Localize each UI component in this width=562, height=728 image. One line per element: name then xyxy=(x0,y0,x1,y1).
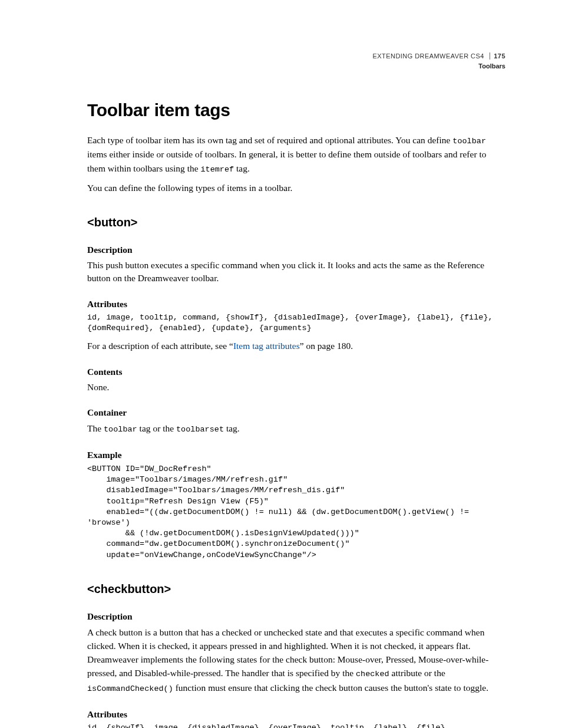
text: items either inside or outside of toolba… xyxy=(87,149,487,173)
checkbutton-description: A check button is a button that has a ch… xyxy=(87,625,505,695)
inline-code: checked xyxy=(356,670,389,678)
label-example: Example xyxy=(87,449,505,462)
document-page: EXTENDING DREAMWEAVER CS4 175 Toolbars T… xyxy=(0,0,562,728)
inline-code: toolbar xyxy=(452,137,486,146)
text: The xyxy=(87,423,104,433)
text: For a description of each attribute, see… xyxy=(87,341,233,351)
intro-paragraph-2: You can define the following types of it… xyxy=(87,182,505,195)
text: ” on page 180. xyxy=(300,341,353,351)
label-description: Description xyxy=(87,243,505,256)
inline-code: toolbar xyxy=(104,425,137,434)
chapter-name: Toolbars xyxy=(373,62,505,71)
text: tag. xyxy=(234,163,250,173)
text: function must ensure that clicking the c… xyxy=(173,683,488,693)
text: tag or the xyxy=(137,423,176,433)
heading-button: <button> xyxy=(87,214,505,230)
checkbutton-attributes-code: id, {showIf}, image, {disabledImage}, {o… xyxy=(87,723,505,728)
inline-code: itemref xyxy=(200,165,234,174)
button-attr-xref: For a description of each attribute, see… xyxy=(87,339,505,353)
text: attribute or the xyxy=(389,668,445,678)
label-attributes: Attributes xyxy=(87,708,505,721)
inline-code: isCommandChecked() xyxy=(87,684,173,693)
button-contents: None. xyxy=(87,381,505,394)
label-contents: Contents xyxy=(87,365,505,378)
inline-code: toolbarset xyxy=(176,425,224,434)
button-attributes-code: id, image, tooltip, command, {showIf}, {… xyxy=(87,312,505,334)
button-example-code: <BUTTON ID="DW_DocRefresh" image="Toolba… xyxy=(87,464,505,561)
page-title: Toolbar item tags xyxy=(87,98,505,123)
label-attributes: Attributes xyxy=(87,298,505,311)
book-title: EXTENDING DREAMWEAVER CS4 xyxy=(373,52,484,60)
page-number: 175 xyxy=(490,52,505,60)
label-container: Container xyxy=(87,406,505,419)
label-description: Description xyxy=(87,610,505,623)
xref-item-tag-attributes[interactable]: Item tag attributes xyxy=(233,341,300,351)
intro-paragraph-1: Each type of toolbar item has its own ta… xyxy=(87,133,505,176)
heading-checkbutton: <checkbutton> xyxy=(87,581,505,597)
text: tag. xyxy=(224,423,240,433)
button-container: The toolbar tag or the toolbarset tag. xyxy=(87,421,505,436)
button-description: This push button executes a specific com… xyxy=(87,259,505,284)
text: Each type of toolbar item has its own ta… xyxy=(87,135,452,145)
running-header: EXTENDING DREAMWEAVER CS4 175 Toolbars xyxy=(373,52,505,71)
